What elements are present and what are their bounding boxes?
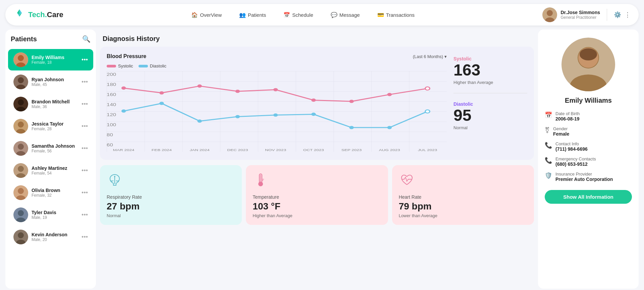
sidebar-header: Patients 🔍 — [5, 35, 96, 48]
patient-info: Brandon Mitchell Male, 36 — [32, 99, 78, 109]
svg-text:80: 80 — [107, 133, 113, 137]
patient-avatar-large — [561, 38, 615, 91]
gender-icon: ⚧ — [545, 127, 550, 134]
more-icon[interactable]: ••• — [82, 145, 88, 152]
diastolic-legend-label: Diastolic — [150, 63, 166, 68]
svg-point-73 — [258, 182, 263, 186]
patient-name: Kevin Anderson — [32, 232, 78, 237]
nav-schedule-label: Schedule — [292, 12, 313, 18]
nav-transactions[interactable]: 💳 Transactions — [374, 10, 418, 20]
svg-point-56 — [273, 88, 278, 91]
emergency-value: (680) 653-9512 — [555, 161, 596, 167]
nav-schedule[interactable]: 📅 Schedule — [280, 10, 317, 20]
more-icon[interactable]: ••• — [82, 79, 88, 86]
respiratory-label: Respiratory Rate — [107, 194, 235, 200]
settings-icon[interactable]: ⚙️ — [614, 11, 621, 18]
patients-icon: 👥 — [239, 12, 246, 18]
svg-rect-72 — [260, 175, 261, 182]
patient-item[interactable]: Ashley Martinez Female, 54 ••• — [8, 160, 93, 181]
bp-range-selector[interactable]: (Last 6 Months) ▾ — [413, 54, 447, 59]
svg-point-17 — [18, 122, 24, 128]
dob-info: Date of Birth 2006-08-19 — [555, 111, 580, 122]
svg-point-64 — [235, 115, 240, 118]
more-icon[interactable]: ••• — [82, 167, 88, 174]
patient-info: Jessica Taylor Female, 28 — [32, 121, 78, 131]
patient-item[interactable]: Samantha Johnson Female, 56 ••• — [8, 138, 93, 159]
patient-info: Ryan Johnson Male, 45 — [32, 77, 78, 87]
bp-title: Blood Pressure — [107, 53, 146, 59]
gender-info: Gender Female — [553, 126, 569, 137]
svg-point-78 — [580, 48, 597, 60]
legend-systolic: Systolic — [107, 63, 133, 68]
patient-meta: Male, 36 — [32, 104, 78, 109]
bp-legend: Systolic Diastolic — [107, 63, 447, 68]
patient-name: Ryan Johnson — [32, 77, 78, 82]
svg-point-53 — [159, 91, 164, 95]
nav-message-label: Message — [339, 12, 360, 18]
bp-chart-area: Blood Pressure (Last 6 Months) ▾ Systoli… — [107, 53, 447, 153]
svg-point-60 — [425, 87, 430, 90]
diagnosis-title: Diagnosis History — [100, 30, 534, 47]
nav-message[interactable]: 💬 Message — [327, 10, 363, 20]
patient-item[interactable]: Ryan Johnson Male, 45 ••• — [8, 71, 93, 93]
systolic-value: 163 — [453, 61, 527, 79]
temperature-icon — [253, 172, 381, 191]
transactions-icon: 💳 — [377, 12, 384, 18]
svg-point-68 — [387, 126, 392, 129]
patient-item[interactable]: Jessica Taylor Female, 28 ••• — [8, 115, 93, 137]
nav-patients[interactable]: 👥 Patients — [236, 10, 269, 20]
contact-label: Contact Info — [555, 141, 588, 146]
svg-point-20 — [18, 144, 24, 150]
calendar-icon: 📅 — [545, 111, 552, 119]
more-icon[interactable]: ••• — [82, 56, 88, 63]
more-icon[interactable]: ••• — [82, 101, 88, 108]
bp-header: Blood Pressure (Last 6 Months) ▾ — [107, 53, 447, 59]
more-icon[interactable]: ••• — [82, 234, 88, 241]
svg-text:200: 200 — [107, 72, 116, 77]
header: Tech.Care 🏠 OverView 👥 Patients 📅 Schedu… — [5, 4, 639, 26]
temperature-label: Temperature — [253, 194, 381, 200]
svg-point-11 — [18, 77, 24, 83]
patient-item[interactable]: Emily Williams Female, 18 ••• — [8, 49, 93, 70]
patient-info: Samantha Johnson Female, 56 — [32, 143, 78, 153]
logo-icon — [13, 9, 25, 21]
avatar — [13, 185, 28, 200]
patient-item[interactable]: Brandon Mitchell Male, 36 ••• — [8, 93, 93, 115]
search-icon[interactable]: 🔍 — [82, 35, 91, 43]
patient-item[interactable]: Olivia Brown Female, 32 ••• — [8, 182, 93, 203]
contact-value: (711) 984-6696 — [555, 146, 588, 152]
dob-value: 2006-08-19 — [555, 116, 580, 122]
doctor-name: Dr.Jose Simmons — [560, 10, 600, 15]
blood-pressure-card: Blood Pressure (Last 6 Months) ▾ Systoli… — [100, 47, 534, 160]
emergency-info: Emergency Contacts (680) 653-9512 — [555, 156, 596, 167]
svg-text:JUL 2023: JUL 2023 — [418, 148, 437, 152]
svg-point-54 — [197, 85, 202, 88]
nav-overview[interactable]: 🏠 OverView — [188, 10, 225, 20]
patient-info: Emily Williams Female, 18 — [32, 55, 78, 65]
svg-point-55 — [235, 90, 240, 93]
more-icon[interactable]: ••• — [82, 123, 88, 130]
patient-name: Brandon Mitchell — [32, 99, 78, 104]
patient-item[interactable]: Tyler Davis Male, 19 ••• — [8, 204, 93, 226]
svg-text:DEC 2023: DEC 2023 — [227, 148, 248, 152]
patient-meta: Male, 19 — [32, 215, 78, 220]
gender-row: ⚧ Gender Female — [545, 126, 632, 137]
svg-point-29 — [18, 210, 24, 216]
patient-meta: Male, 45 — [32, 82, 78, 87]
more-options-icon[interactable]: ⋮ — [625, 11, 631, 18]
systolic-label: Systolic — [453, 56, 527, 61]
svg-point-8 — [18, 55, 24, 61]
show-all-button[interactable]: Show All Information — [545, 190, 632, 204]
more-icon[interactable]: ••• — [82, 189, 88, 196]
patient-item[interactable]: Kevin Anderson Male, 20 ••• — [8, 226, 93, 248]
svg-text:FEB 2024: FEB 2024 — [152, 148, 172, 152]
dob-row: 📅 Date of Birth 2006-08-19 — [545, 111, 632, 122]
more-icon[interactable]: ••• — [82, 211, 88, 219]
sidebar-title: Patients — [11, 35, 37, 43]
message-icon: 💬 — [331, 12, 337, 18]
gender-label: Gender — [553, 126, 569, 131]
respiratory-card: Respiratory Rate 27 bpm Normal — [100, 165, 242, 225]
main-nav: 🏠 OverView 👥 Patients 📅 Schedule 💬 Messa… — [188, 10, 418, 20]
patient-meta: Female, 28 — [32, 127, 78, 131]
main-layout: Patients 🔍 Emily Williams Female, 18 •••… — [0, 30, 644, 290]
